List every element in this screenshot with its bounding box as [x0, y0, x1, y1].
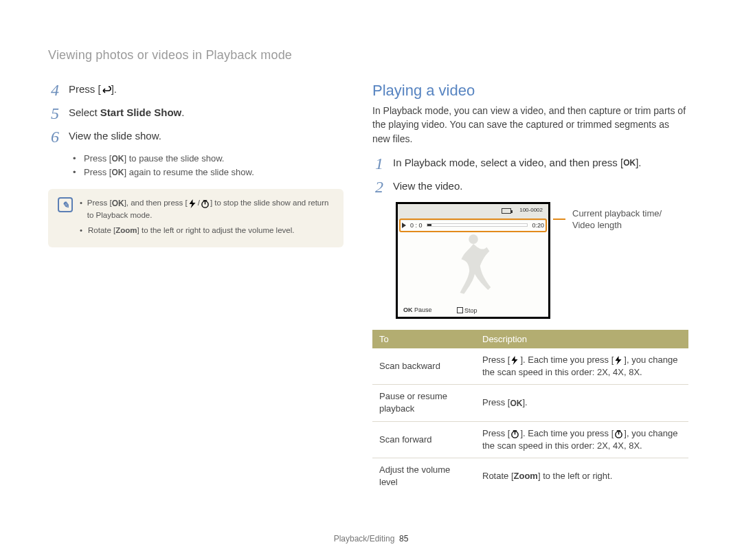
step-5: 5 Select Start Slide Show. — [48, 105, 344, 122]
text: Press [ — [482, 355, 510, 365]
row-desc: Press [OK]. — [475, 385, 688, 421]
bullet-icon: • — [73, 152, 78, 166]
left-column: 4 Press []. 5 Select Start Slide Show. 6… — [48, 82, 344, 494]
step-1: 1 In Playback mode, select a video, and … — [372, 155, 688, 172]
ok-icon: OK — [403, 306, 413, 313]
stop-icon — [457, 307, 463, 313]
table-header-row: To Description — [372, 330, 688, 348]
text: ] to pause the slide show. — [124, 153, 224, 164]
step-text: View the slide show. — [69, 128, 161, 144]
table-header: To — [372, 330, 475, 348]
table-row: Pause or resume playback Press [OK]. — [372, 385, 688, 421]
camera-screen: 100-0002 0 : 0 0:20 OK Pause Stop — [396, 202, 550, 319]
breadcrumb: Viewing photos or videos in Playback mod… — [48, 48, 694, 63]
text: ], and then press [ — [124, 199, 188, 207]
table-row: Adjust the volume level Rotate [Zoom] to… — [372, 458, 688, 495]
screenshot-with-annotation: 100-0002 0 : 0 0:20 OK Pause Stop — [396, 202, 688, 319]
leader-line — [557, 213, 565, 224]
row-desc: Rotate [Zoom] to the left or right. — [475, 458, 688, 495]
file-counter: 100-0002 — [519, 207, 543, 213]
annotation-text: Current playback time/ Video length — [572, 208, 662, 232]
ok-icon: OK — [111, 153, 124, 166]
text: ]. — [522, 397, 527, 407]
text: ] to the left or right. — [538, 471, 612, 481]
row-label: Scan forward — [372, 421, 475, 458]
list-item: • Rotate [Zoom] to the left or right to … — [80, 225, 335, 236]
highlight-box — [399, 219, 547, 232]
step-number: 2 — [372, 179, 386, 195]
list-item: • Press [OK], and then press [/] to stop… — [80, 197, 335, 221]
text: Press [ — [84, 167, 111, 177]
text: Press [ — [84, 153, 111, 164]
text: In Playback mode, select a video, and th… — [393, 157, 623, 168]
note-icon: ✎ — [58, 197, 73, 212]
flash-icon — [188, 199, 198, 208]
step-number: 4 — [48, 82, 62, 98]
row-desc: Press []. Each time you press [], you ch… — [475, 421, 688, 458]
step-6: 6 View the slide show. — [48, 128, 344, 145]
flash-icon — [614, 356, 624, 365]
ok-icon: OK — [111, 166, 124, 179]
text-strong: Start Slide Show — [100, 107, 181, 118]
pause-label: Pause — [414, 306, 432, 313]
text: ] to the left or right to adjust the vol… — [137, 226, 295, 234]
page-number: 85 — [399, 534, 408, 544]
text: Rotate [ — [482, 471, 514, 481]
substeps: • Press [OK] to pause the slide show. • … — [73, 152, 344, 179]
row-desc: Press []. Each time you press [], you ch… — [475, 348, 688, 385]
intro-paragraph: In Playback mode, you can view a video, … — [372, 104, 688, 146]
battery-icon — [502, 208, 511, 214]
bullet-icon: • — [80, 197, 83, 221]
text: . — [181, 107, 184, 118]
text: Press [ — [69, 83, 101, 95]
controls-table: To Description Scan backward Press []. E… — [372, 330, 688, 495]
bullet-icon: • — [80, 225, 84, 236]
footer-section: Playback/Editing — [334, 534, 395, 544]
section-heading: Playing a video — [372, 82, 688, 100]
text: Rotate [ — [88, 226, 115, 234]
right-column: Playing a video In Playback mode, you ca… — [372, 82, 688, 494]
timer-icon — [510, 429, 520, 438]
list-item: • Press [OK] to pause the slide show. — [73, 152, 344, 166]
list-item: • Press [OK] again to resume the slide s… — [73, 166, 344, 179]
ok-icon: OK — [623, 157, 636, 169]
step-number: 6 — [48, 128, 62, 145]
step-4: 4 Press []. — [48, 82, 344, 98]
text-strong: Zoom — [115, 226, 137, 234]
table-row: Scan forward Press []. Each time you pre… — [372, 421, 688, 458]
row-label: Pause or resume playback — [372, 385, 475, 421]
text: ]. Each time you press [ — [520, 428, 614, 438]
timer-icon — [200, 199, 210, 208]
text: Current playback time/ — [572, 208, 662, 219]
row-label: Scan backward — [372, 348, 475, 385]
text: ] again to resume the slide show. — [124, 167, 254, 177]
step-text: In Playback mode, select a video, and th… — [393, 155, 642, 170]
text-strong: Zoom — [514, 471, 538, 481]
text: ]. — [111, 83, 117, 95]
text: Press [ — [482, 397, 510, 407]
timer-icon — [614, 429, 624, 438]
table-row: Scan backward Press []. Each time you pr… — [372, 348, 688, 385]
flash-icon — [510, 356, 520, 365]
back-icon — [101, 86, 111, 95]
dancer-silhouette-icon — [449, 232, 497, 300]
text: Press [ — [482, 428, 510, 438]
step-text: Select Start Slide Show. — [69, 105, 184, 120]
table-header: Description — [475, 330, 688, 348]
text: ]. — [636, 157, 641, 168]
text: ]. Each time you press [ — [520, 355, 614, 365]
step-2: 2 View the video. — [372, 179, 688, 195]
bullet-icon: • — [73, 166, 78, 179]
text: Press [ — [87, 199, 112, 207]
step-number: 1 — [372, 155, 386, 172]
text: Video length — [572, 220, 622, 230]
text: Select — [69, 107, 100, 118]
ok-icon: OK — [510, 398, 522, 410]
row-label: Adjust the volume level — [372, 458, 475, 495]
stop-label: Stop — [464, 307, 477, 314]
ok-icon: OK — [112, 197, 124, 210]
step-number: 5 — [48, 105, 62, 122]
step-text: View the video. — [393, 179, 462, 194]
step-text: Press []. — [69, 82, 117, 97]
note-box: ✎ • Press [OK], and then press [/] to st… — [48, 189, 344, 247]
